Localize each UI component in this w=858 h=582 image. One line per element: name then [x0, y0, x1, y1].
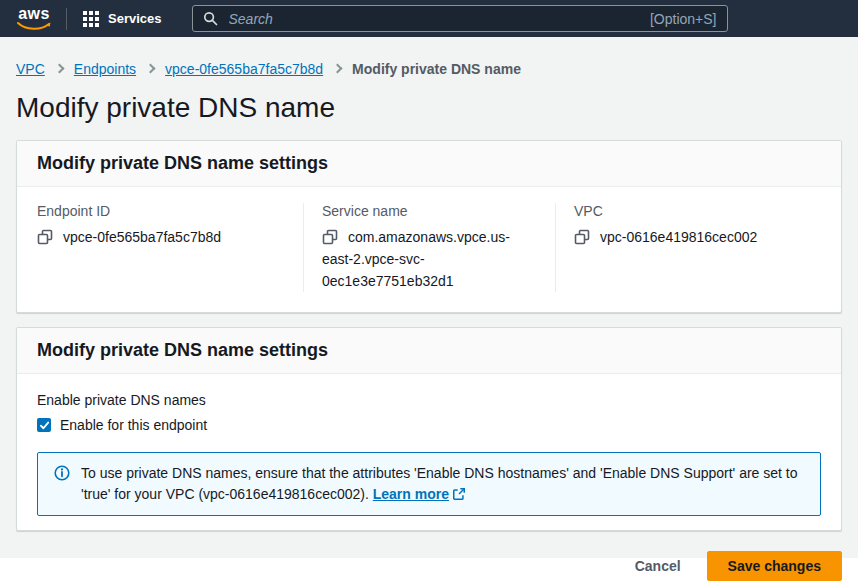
service-name-field: Service name com.amazonaws.vpce.us-east-…: [303, 203, 555, 292]
settings-card-header: Modify private DNS name settings: [17, 328, 841, 374]
aws-smile-icon: [17, 21, 51, 32]
summary-card-title: Modify private DNS name settings: [37, 153, 821, 174]
field-label: VPC: [574, 203, 805, 219]
learn-more-link[interactable]: Learn more: [373, 486, 466, 502]
field-value: vpce-0fe565ba7fa5c7b8d: [37, 226, 287, 248]
endpoint-summary-card: Modify private DNS name settings Endpoin…: [16, 140, 842, 313]
services-menu-button[interactable]: Services: [69, 0, 176, 37]
field-label: Endpoint ID: [37, 203, 287, 219]
search-icon: [203, 11, 218, 26]
enable-endpoint-checkbox[interactable]: [37, 418, 51, 432]
chevron-right-icon: [146, 64, 156, 74]
search-input[interactable]: [227, 10, 650, 28]
copy-icon[interactable]: [574, 229, 590, 245]
breadcrumb: VPC Endpoints vpce-0fe565ba7fa5c7b8d Mod…: [16, 61, 842, 77]
field-value: vpc-0616e419816cec002: [574, 226, 805, 248]
search-shortcut-hint: [Option+S]: [650, 11, 717, 27]
checkmark-icon: [39, 420, 50, 431]
chevron-right-icon: [54, 64, 64, 74]
breadcrumb-link-endpoints[interactable]: Endpoints: [74, 61, 136, 77]
save-changes-button[interactable]: Save changes: [707, 551, 842, 581]
vpc-id-value: vpc-0616e419816cec002: [600, 229, 757, 245]
summary-card-header: Modify private DNS name settings: [17, 141, 841, 187]
breadcrumb-current: Modify private DNS name: [352, 61, 521, 77]
copy-icon[interactable]: [322, 229, 338, 245]
copy-icon[interactable]: [37, 229, 53, 245]
endpoint-id-field: Endpoint ID vpce-0fe565ba7fa5c7b8d: [37, 203, 303, 292]
info-icon: [54, 465, 70, 481]
main-content: VPC Endpoints vpce-0fe565ba7fa5c7b8d Mod…: [0, 37, 858, 558]
settings-card-body: Enable private DNS names Enable for this…: [17, 374, 841, 530]
cancel-button[interactable]: Cancel: [633, 554, 683, 578]
alert-content: To use private DNS names, ensure that th…: [81, 463, 804, 505]
services-label: Services: [108, 11, 162, 26]
field-value: com.amazonaws.vpce.us-east-2.vpce-svc-0e…: [322, 226, 539, 292]
summary-card-body: Endpoint ID vpce-0fe565ba7fa5c7b8d Servi…: [17, 187, 841, 312]
endpoint-id-value: vpce-0fe565ba7fa5c7b8d: [63, 229, 221, 245]
page-title: Modify private DNS name: [16, 92, 842, 124]
breadcrumb-link-vpc[interactable]: VPC: [16, 61, 45, 77]
settings-card-title: Modify private DNS name settings: [37, 340, 821, 361]
services-grid-icon: [83, 11, 99, 27]
info-alert: To use private DNS names, ensure that th…: [37, 452, 821, 516]
dns-settings-card: Modify private DNS name settings Enable …: [16, 327, 842, 531]
top-navigation-bar: aws Services [Option+S]: [0, 0, 858, 37]
breadcrumb-link-endpoint-id[interactable]: vpce-0fe565ba7fa5c7b8d: [165, 61, 323, 77]
search-box[interactable]: [Option+S]: [192, 5, 728, 32]
field-label: Service name: [322, 203, 539, 219]
enable-private-dns-label: Enable private DNS names: [37, 392, 821, 408]
vpc-field: VPC vpc-0616e419816cec002: [555, 203, 821, 292]
nav-divider: [66, 8, 67, 30]
aws-logo[interactable]: aws: [16, 6, 52, 32]
enable-endpoint-checkbox-label: Enable for this endpoint: [60, 417, 207, 433]
enable-endpoint-checkbox-row[interactable]: Enable for this endpoint: [37, 417, 821, 433]
external-link-icon: [452, 487, 466, 501]
service-name-value: com.amazonaws.vpce.us-east-2.vpce-svc-0e…: [322, 229, 510, 289]
aws-logo-text: aws: [16, 6, 52, 22]
chevron-right-icon: [333, 64, 343, 74]
